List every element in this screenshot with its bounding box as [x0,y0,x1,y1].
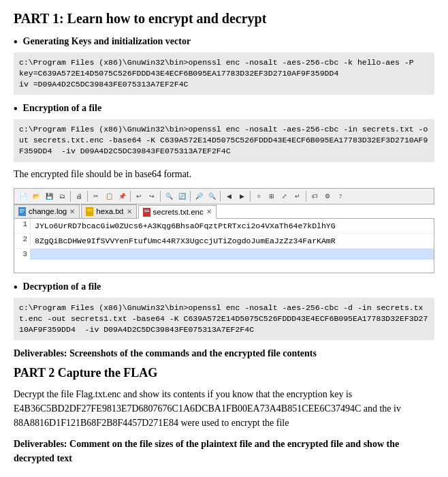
section-generating-keys: Generating Keys and initialization vecto… [14,36,434,95]
save-icon[interactable]: 💾 [43,190,55,202]
line-num-3: 3 [14,249,31,260]
sep4 [160,191,161,202]
section-decryption: Decryption of a file c:\Program Files (x… [14,281,434,340]
tabs-row: change.log ✕ hexa.txt ✕ secrets.txt.enc … [14,204,434,219]
deliverables-2: Deliverables: Comment on the file sizes … [14,437,434,465]
sep5 [190,191,191,202]
zoom-in-icon[interactable]: 🔎 [193,190,205,202]
tab-secrets-enc-close[interactable]: ✕ [206,208,212,215]
svg-rect-9 [144,211,149,212]
line-num-1: 1 [14,219,31,230]
section3-code: c:\Program Files (x86)\GnuWin32\bin>open… [14,298,434,340]
section2-title: Encryption of a file [14,103,434,115]
section1-code: c:\Program Files (x86)\GnuWin32\bin>open… [14,52,434,95]
help-icon[interactable]: ? [334,190,347,202]
tab-change-log-label: change.log [29,207,67,215]
save-all-icon[interactable]: 🗂 [56,190,68,202]
print-icon[interactable]: 🖨 [73,190,85,202]
svg-rect-8 [144,210,149,211]
copy-icon[interactable]: 📋 [103,190,115,202]
sep8 [306,191,306,202]
part2-heading: PART 2 Capture the FLAG [14,366,434,380]
cut-icon[interactable]: ✂ [90,190,102,202]
svg-rect-0 [18,207,26,216]
editor-area[interactable]: 1 JYLo6UrRD7bcacGiw0ZUcs6+A3Kqg6BhsaOFqz… [14,219,434,273]
section2-code: c:\Program Files (x86)\GnuWin32\bin>open… [14,119,434,161]
grid-icon[interactable]: ⊞ [266,190,278,202]
arrow-right-icon[interactable]: ▶ [236,190,248,202]
svg-rect-4 [86,207,93,216]
deliverables-1: Deliverables: Screenshots of the command… [14,348,434,359]
sep2 [87,191,88,202]
new-file-icon[interactable]: 📄 [17,190,29,202]
tab-hexa-label: hexa.txt [96,207,123,215]
editor-line-2: 2 8ZgQiBcDHWe9IfSVVYenFtufUmc44R7X3Ugccj… [14,234,434,249]
part2-section: PART 2 Capture the FLAG Decrypt the file… [14,366,434,465]
hexa-file-icon [86,207,94,215]
svg-rect-6 [87,211,92,211]
tab-secrets-enc-label: secrets.txt.enc [153,208,204,216]
tab-change-log[interactable]: change.log ✕ [14,204,80,218]
line-num-2: 2 [14,234,31,245]
svg-rect-1 [20,209,25,210]
paste-icon[interactable]: 📌 [116,190,128,202]
svg-rect-2 [20,211,25,211]
line-content-1: JYLo6UrRD7bcacGiw0ZUcs6+A3Kqg6BhsaOFqztP… [31,219,434,233]
sep6 [220,191,221,202]
section-encryption: Encryption of a file c:\Program Files (x… [14,103,434,179]
section2-below-text: The encrypted file should be in base64 f… [14,169,434,180]
secrets-enc-file-icon [143,208,151,216]
svg-rect-3 [20,212,23,213]
section3-title: Decryption of a file [14,281,434,294]
change-log-file-icon [18,207,27,215]
line-content-2: 8ZgQiBcDHWe9IfSVVYenFtufUmc44R7X3UgccjUT… [31,234,434,248]
undo-icon[interactable]: ↩ [133,190,145,202]
svg-rect-5 [87,209,92,210]
part2-body: Decrypt the file Flag.txt.enc and show i… [14,387,434,430]
arrow-left-icon[interactable]: ◀ [223,190,235,202]
zoom-out-icon[interactable]: 🔍 [206,190,218,202]
settings-icon[interactable]: ⚙ [321,190,334,202]
editor-line-1: 1 JYLo6UrRD7bcacGiw0ZUcs6+A3Kqg6BhsaOFqz… [14,219,434,234]
tab-hexa-close[interactable]: ✕ [127,208,132,215]
sep7 [250,191,251,202]
sep3 [130,191,131,202]
tab-hexa-txt[interactable]: hexa.txt ✕ [81,204,136,218]
svg-rect-7 [143,208,150,217]
wrap-icon[interactable]: ↵ [291,190,304,202]
editor-line-3: 3 [14,249,434,260]
tab-change-log-close[interactable]: ✕ [69,208,75,215]
tag-icon[interactable]: 🏷 [308,190,321,202]
section1-title: Generating Keys and initialization vecto… [14,36,434,48]
part1-heading: PART 1: Learn how to encrypt and decrypt [14,11,434,27]
redo-icon[interactable]: ↪ [146,190,158,202]
tab-secrets-enc[interactable]: secrets.txt.enc ✕ [138,205,217,219]
open-icon[interactable]: 📂 [30,190,42,202]
expand-icon[interactable]: ⤢ [278,190,291,202]
sep1 [70,191,71,202]
replace-icon[interactable]: 🔄 [176,190,188,202]
list-icon[interactable]: ≡ [253,190,265,202]
line-content-3 [31,249,434,251]
toolbar: 📄 📂 💾 🗂 🖨 ✂ 📋 📌 ↩ ↪ 🔍 🔄 🔎 🔍 ◀ ▶ ≡ ⊞ ⤢ ↵ … [14,188,434,204]
find-icon[interactable]: 🔍 [163,190,175,202]
